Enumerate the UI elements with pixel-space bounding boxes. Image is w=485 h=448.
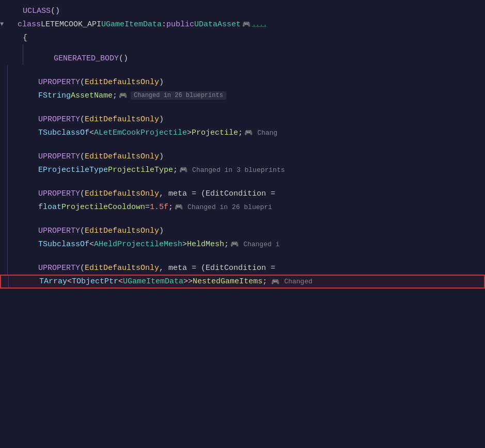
code-line-class: ▼ class LETEMCOOK_API UGameItemData : pu… (0, 18, 485, 31)
code-viewport: UCLASS() ▼ class LETEMCOOK_API UGameItem… (0, 0, 485, 448)
code-token: ; (238, 129, 243, 137)
code-token: TSubclassOf (38, 240, 89, 249)
collapse-chevron: ▼ (0, 21, 4, 28)
gutter-spacer (0, 65, 7, 70)
gutter-spacer (0, 107, 7, 113)
code-line-float: float ProjectileCooldown = 1.5f; 🎮 Chang… (0, 200, 485, 214)
gamepad-icon: 🎮 (244, 129, 253, 137)
indent-marker (7, 107, 12, 113)
gutter (0, 113, 7, 126)
line-content: FString AssetName; 🎮 Changed in 26 bluep… (12, 89, 485, 102)
code-token: ) (159, 227, 164, 235)
indent-marker (8, 276, 13, 287)
indent-marker (7, 224, 12, 237)
code-token: 1.5f (150, 203, 168, 212)
indent-marker (7, 163, 12, 177)
code-token: UPROPERTY (38, 227, 80, 235)
gutter-spacer (0, 251, 7, 256)
line-content: UPROPERTY(EditDefaultsOnly) (12, 113, 485, 126)
code-token: , meta = (EditCondition = (159, 189, 275, 198)
inline-annotation: Chang (257, 129, 277, 137)
code-token: < (89, 240, 94, 249)
code-token: ; (113, 91, 117, 100)
line-content: GENERATED_BODY() (28, 52, 485, 65)
gutter (1, 276, 8, 287)
code-token: ( (80, 264, 85, 273)
code-token: () (51, 7, 60, 15)
code-token: ) (159, 152, 164, 161)
code-line-empty (0, 107, 485, 113)
code-token: > (182, 240, 187, 249)
gutter-spacer (0, 139, 7, 145)
code-token: TObjectPtr (72, 277, 118, 286)
gutter (0, 261, 7, 275)
indent-marker (7, 65, 12, 70)
inline-annotation-changed: Changed (284, 278, 312, 285)
gamepad-icon: 🎮 (271, 278, 279, 286)
gutter (0, 237, 7, 251)
code-token: ProjectileType (108, 166, 173, 174)
indent-marker (7, 187, 12, 200)
line-content: UPROPERTY(EditDefaultsOnly) (12, 75, 485, 89)
gutter: ▼ (0, 18, 15, 31)
indent-marker (7, 219, 12, 224)
code-token: float (38, 203, 61, 212)
code-token: HeldMesh (187, 240, 224, 249)
indent-marker (7, 214, 12, 219)
code-token: UGameItemData (101, 20, 162, 29)
gutter (0, 150, 7, 163)
dots-underline: .... (252, 21, 267, 28)
gutter-spacer (0, 102, 7, 107)
line-content: UPROPERTY(EditDefaultsOnly) (12, 224, 485, 237)
code-token: >> (183, 277, 193, 286)
code-token: ) (159, 115, 164, 124)
code-token: GENERATED_BODY (54, 54, 119, 63)
line-content: UCLASS() (15, 4, 485, 18)
code-line-empty (0, 145, 485, 150)
code-line-empty (0, 44, 485, 52)
line-content: class LETEMCOOK_API UGameItemData : publ… (15, 18, 485, 31)
code-editor: UCLASS() ▼ class LETEMCOOK_API UGameItem… (0, 0, 485, 448)
code-token: < (67, 277, 72, 286)
code-token: EditDefaultsOnly (85, 115, 159, 124)
code-line-brace: { (0, 31, 485, 44)
indent-marker (7, 261, 12, 275)
line-content: EProjectileType ProjectileType; 🎮 Change… (12, 163, 485, 177)
gutter (0, 89, 7, 102)
indent-marker (7, 126, 12, 139)
code-token: , meta = (EditCondition = (159, 264, 275, 273)
indent-marker (7, 70, 12, 75)
code-token: ProjectileCooldown (61, 203, 145, 212)
code-token: EditDefaultsOnly (85, 78, 159, 87)
gutter-spacer (0, 182, 7, 187)
indent-marker (7, 150, 12, 163)
line-content: TSubclassOf<ALetEmCookProjectile> Projec… (12, 126, 485, 139)
code-token: Projectile (192, 129, 238, 137)
code-token: AHeldProjectileMesh (94, 240, 182, 249)
code-line-empty (0, 70, 485, 75)
code-line-tarray: TArray<TObjectPtr<UGameItemData>> Nested… (0, 275, 485, 289)
code-line-heldmesh: TSubclassOf<AHeldProjectileMesh> HeldMes… (0, 237, 485, 251)
line-content: TArray<TObjectPtr<UGameItemData>> Nested… (13, 276, 484, 287)
gutter (0, 126, 7, 139)
code-token: ( (80, 115, 85, 124)
gutter (0, 75, 7, 89)
gutter (0, 187, 7, 200)
code-token: ; (224, 240, 229, 249)
code-token: : (162, 20, 166, 29)
code-token: NestedGameItems (193, 277, 262, 286)
code-token: class (18, 20, 41, 29)
code-token: ; (173, 166, 178, 174)
code-token: EditDefaultsOnly (85, 264, 159, 273)
code-token: UGameItemData (123, 277, 183, 286)
gutter-spacer (0, 219, 7, 224)
code-line-empty (0, 102, 485, 107)
gamepad-icon: 🎮 (175, 203, 183, 211)
code-token: UPROPERTY (38, 189, 80, 198)
code-token: UCLASS (23, 7, 51, 15)
code-line-generated: GENERATED_BODY() (0, 52, 485, 65)
gutter-spacer (0, 70, 7, 75)
code-token: () (119, 54, 128, 63)
indent-marker (7, 177, 12, 182)
code-token: TArray (39, 277, 67, 286)
